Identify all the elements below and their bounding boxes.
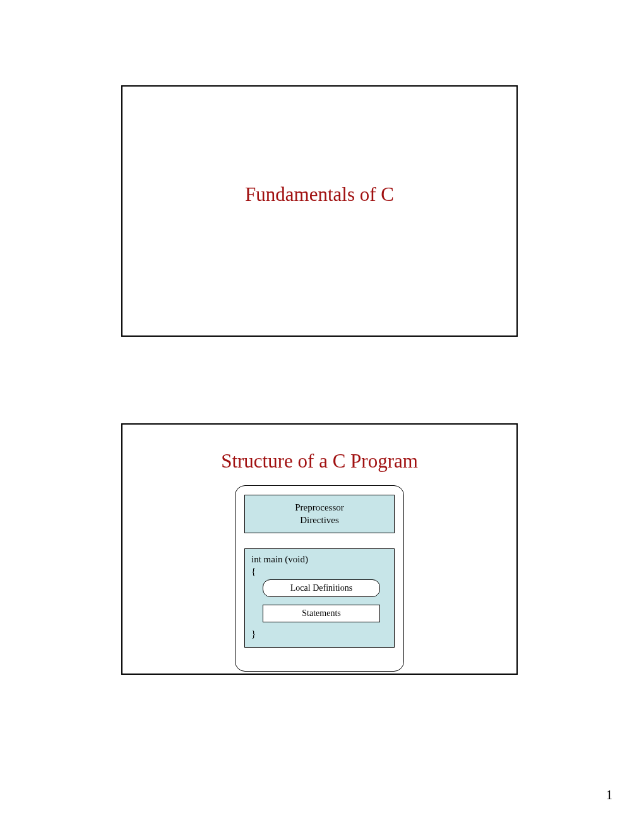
close-brace: } xyxy=(251,629,388,639)
page-number: 1 xyxy=(606,788,612,802)
slide-2-title: Structure of a C Program xyxy=(122,450,516,473)
slide-1: Fundamentals of C xyxy=(121,85,518,337)
preprocessor-label-2: Directives xyxy=(249,514,390,527)
slide-1-title: Fundamentals of C xyxy=(122,183,516,206)
open-brace: { xyxy=(251,566,388,577)
main-function-box: int main (void) { Local Definitions Stat… xyxy=(244,548,395,648)
local-definitions-box: Local Definitions xyxy=(263,579,380,597)
preprocessor-label-1: Preprocessor xyxy=(249,502,390,514)
program-structure-diagram: Preprocessor Directives int main (void) … xyxy=(235,485,404,672)
slide-2: Structure of a C Program Preprocessor Di… xyxy=(121,423,518,675)
preprocessor-box: Preprocessor Directives xyxy=(244,495,395,533)
statements-box: Statements xyxy=(263,605,380,622)
main-signature: int main (void) xyxy=(251,554,388,565)
